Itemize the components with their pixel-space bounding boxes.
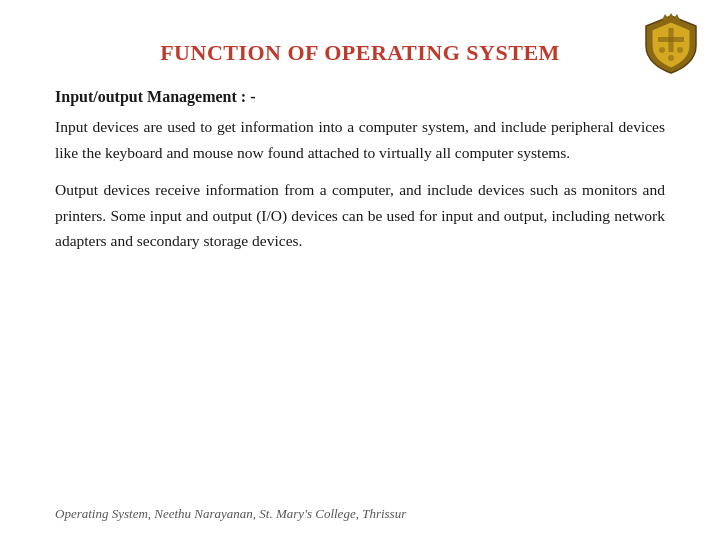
svg-rect-1 [658,37,684,42]
svg-point-3 [677,47,683,53]
paragraph-1: Input devices are used to get informatio… [55,114,665,165]
paragraph-2: Output devices receive information from … [55,177,665,254]
footer-text: Operating System, Neethu Narayanan, St. … [55,506,406,522]
page-container: FUNCTION OF OPERATING SYSTEM Input/outpu… [0,0,720,540]
college-logo [640,12,702,74]
svg-point-2 [659,47,665,53]
section-heading: Input/output Management : - [55,88,665,106]
svg-point-4 [668,55,674,61]
page-title: FUNCTION OF OPERATING SYSTEM [55,40,665,66]
